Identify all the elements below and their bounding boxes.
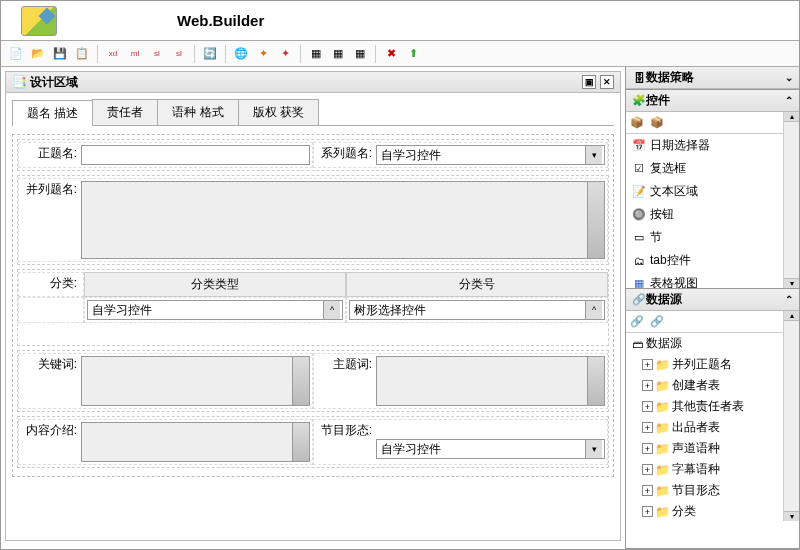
- grid1-icon[interactable]: ▦: [307, 45, 325, 63]
- tree-item[interactable]: +📁节目形态: [638, 480, 799, 501]
- datasource-panel-header[interactable]: 🔗 数据源 ⌃: [626, 289, 799, 311]
- header-cat-num: 分类号: [346, 272, 608, 297]
- datasource-toolbar: 🔗 🔗: [626, 311, 799, 333]
- widget-item-textarea[interactable]: 📝文本区域: [626, 180, 799, 203]
- tab-copyright[interactable]: 版权 获奖: [238, 99, 319, 125]
- expand-icon[interactable]: +: [642, 359, 653, 370]
- tree-item[interactable]: +📁分类: [638, 501, 799, 521]
- expand-icon[interactable]: +: [642, 506, 653, 517]
- tree-item[interactable]: +📁出品者表: [638, 417, 799, 438]
- strategy-panel-header[interactable]: 🗄 数据策略 ⌄: [626, 67, 799, 89]
- app-title: Web.Builder: [177, 12, 264, 29]
- design-icon: 📑: [12, 75, 26, 89]
- label-program-form: 节目形态:: [316, 422, 376, 439]
- widget-item-datepicker[interactable]: 📅日期选择器: [626, 134, 799, 157]
- label-parallel-title: 并列题名:: [21, 181, 81, 198]
- grid3-icon[interactable]: ▦: [351, 45, 369, 63]
- design-panel-title: 设计区域: [30, 74, 78, 91]
- widgets-panel-header[interactable]: 🧩 控件 ⌃: [626, 90, 799, 112]
- widget-item-checkbox[interactable]: ☑复选框: [626, 157, 799, 180]
- textarea-subject[interactable]: ▴▾: [376, 356, 605, 406]
- tree-root[interactable]: 🗃数据源: [626, 333, 799, 354]
- collapse-icon[interactable]: ✦: [276, 45, 294, 63]
- delete-icon[interactable]: ✖: [382, 45, 400, 63]
- title-bar: Web.Builder: [1, 1, 799, 41]
- input-main-title[interactable]: [81, 145, 310, 165]
- widget-item-section[interactable]: ▭节: [626, 226, 799, 249]
- tab-responsible[interactable]: 责任者: [92, 99, 158, 125]
- form-tabs: 题名 描述 责任者 语种 格式 版权 获奖: [12, 99, 614, 126]
- main-toolbar: 📄 📂 💾 📋 xd ml sl sl 🔄 🌐 ✦ ✦ ▦ ▦ ▦ ✖ ⬆: [1, 41, 799, 67]
- chevron-up-icon[interactable]: ⌃: [785, 294, 793, 305]
- link1-icon[interactable]: 🔗: [630, 315, 644, 329]
- chevron-down-icon[interactable]: ⌄: [785, 72, 793, 83]
- grid2-icon[interactable]: ▦: [329, 45, 347, 63]
- design-panel-header: 📑 设计区域 ▣ ✕: [5, 71, 621, 93]
- expand-icon[interactable]: +: [642, 380, 653, 391]
- tree-item[interactable]: +📁创建者表: [638, 375, 799, 396]
- expand-icon[interactable]: +: [642, 464, 653, 475]
- expand-icon[interactable]: +: [642, 401, 653, 412]
- save-icon[interactable]: 💾: [51, 45, 69, 63]
- label-intro: 内容介绍:: [21, 422, 81, 439]
- box2-icon[interactable]: 📦: [650, 116, 664, 130]
- widgets-scrollbar[interactable]: [783, 112, 799, 288]
- datasource-icon: 🔗: [632, 293, 646, 307]
- textarea-keyword[interactable]: ▴▾: [81, 356, 310, 406]
- copy-icon[interactable]: 📋: [73, 45, 91, 63]
- textarea-intro[interactable]: ▴▾: [81, 422, 310, 462]
- select-series-title[interactable]: 自学习控件: [376, 145, 605, 165]
- globe-icon[interactable]: 🌐: [232, 45, 250, 63]
- select-cat-num[interactable]: 树形选择控件: [349, 300, 605, 320]
- app-logo-icon: [21, 6, 57, 36]
- tab-title-desc[interactable]: 题名 描述: [12, 100, 93, 126]
- maximize-icon[interactable]: ▣: [582, 75, 596, 89]
- header-cat-type: 分类类型: [84, 272, 346, 297]
- tree-item[interactable]: +📁其他责任者表: [638, 396, 799, 417]
- select-program-form[interactable]: 自学习控件: [376, 439, 605, 459]
- widget-item-table[interactable]: ▦表格视图: [626, 272, 799, 288]
- widget-item-button[interactable]: 🔘按钮: [626, 203, 799, 226]
- chevron-up-icon[interactable]: ⌃: [785, 95, 793, 106]
- expand-icon[interactable]: +: [642, 443, 653, 454]
- link2-icon[interactable]: 🔗: [650, 315, 664, 329]
- label-main-title: 正题名:: [21, 145, 81, 162]
- up-icon[interactable]: ⬆: [404, 45, 422, 63]
- widget-item-tab[interactable]: 🗂tab控件: [626, 249, 799, 272]
- refresh-icon[interactable]: 🔄: [201, 45, 219, 63]
- tab-lang-format[interactable]: 语种 格式: [157, 99, 238, 125]
- expand-icon[interactable]: ✦: [254, 45, 272, 63]
- tree-item[interactable]: +📁并列正题名: [638, 354, 799, 375]
- expand-icon[interactable]: +: [642, 422, 653, 433]
- close-panel-icon[interactable]: ✕: [600, 75, 614, 89]
- new-icon[interactable]: 📄: [7, 45, 25, 63]
- tree-item[interactable]: +📁声道语种: [638, 438, 799, 459]
- label-category: 分类:: [21, 275, 81, 292]
- ml-icon[interactable]: ml: [126, 45, 144, 63]
- widgets-icon: 🧩: [632, 94, 646, 108]
- textarea-parallel-title[interactable]: ▴▾: [81, 181, 605, 259]
- db-icon: 🗃: [630, 337, 644, 351]
- tree-item[interactable]: +📁字幕语种: [638, 459, 799, 480]
- sl-icon[interactable]: sl: [148, 45, 166, 63]
- strategy-title: 数据策略: [646, 69, 694, 86]
- box1-icon[interactable]: 📦: [630, 116, 644, 130]
- label-subject: 主题词:: [316, 356, 376, 373]
- label-series-title: 系列题名:: [316, 145, 376, 162]
- sl2-icon[interactable]: sl: [170, 45, 188, 63]
- xd-icon[interactable]: xd: [104, 45, 122, 63]
- datasource-scrollbar[interactable]: [783, 311, 799, 521]
- strategy-icon: 🗄: [632, 71, 646, 85]
- datasource-title: 数据源: [646, 291, 682, 308]
- widgets-title: 控件: [646, 92, 670, 109]
- expand-icon[interactable]: +: [642, 485, 653, 496]
- select-cat-type[interactable]: 自学习控件: [87, 300, 343, 320]
- label-keyword: 关键词:: [21, 356, 81, 373]
- widgets-toolbar: 📦 📦: [626, 112, 799, 134]
- open-icon[interactable]: 📂: [29, 45, 47, 63]
